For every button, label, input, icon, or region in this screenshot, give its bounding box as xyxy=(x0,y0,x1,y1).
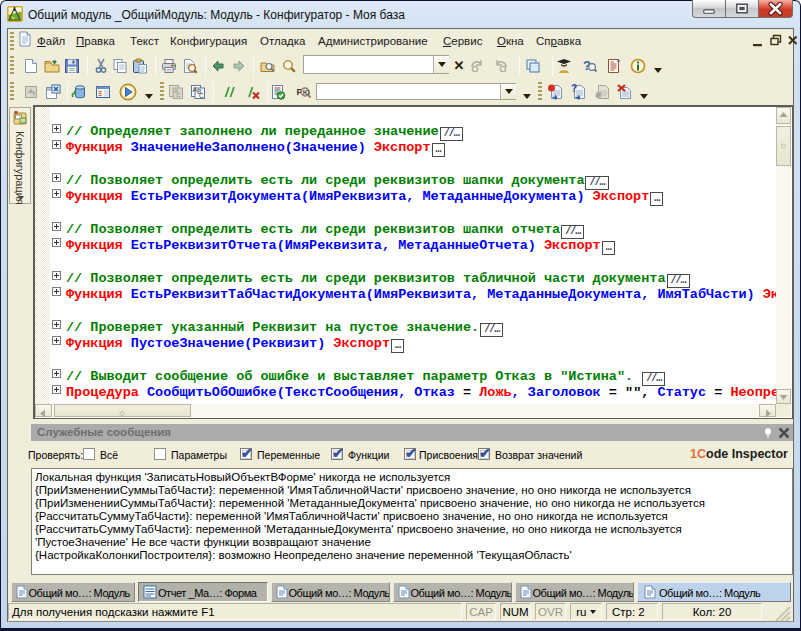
svg-text:?: ? xyxy=(571,84,577,94)
svg-text:C: C xyxy=(176,92,181,98)
svg-text:Ю: Ю xyxy=(303,89,310,96)
svg-text:C: C xyxy=(199,92,204,99)
